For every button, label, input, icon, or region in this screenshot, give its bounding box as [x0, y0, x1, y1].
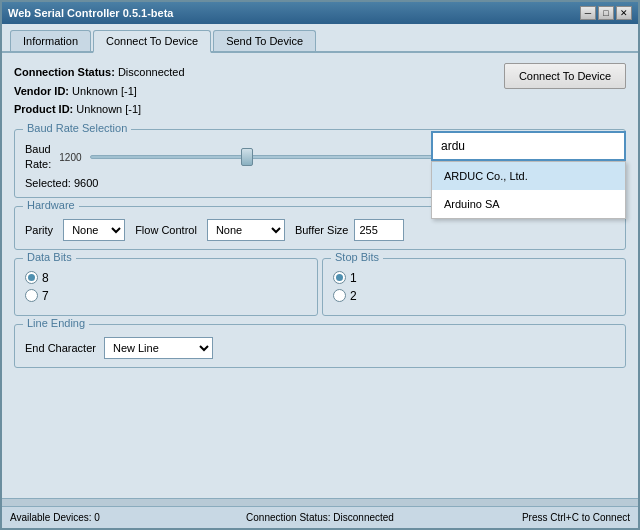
product-id-label: Product ID:: [14, 103, 73, 115]
line-ending-section: Line Ending End Character New Line Carri…: [14, 324, 626, 368]
end-character-select[interactable]: New Line Carriage Return Both None: [104, 337, 213, 359]
product-id-line: Product ID: Unknown [-1]: [14, 100, 185, 119]
data-bits-section-label: Data Bits: [23, 251, 76, 263]
bottom-border: [2, 498, 638, 506]
vendor-id-label: Vendor ID:: [14, 85, 69, 97]
buffer-size-input[interactable]: 255: [354, 219, 404, 241]
close-button[interactable]: ✕: [616, 6, 632, 20]
tabs-row: Information Connect To Device Send To De…: [2, 24, 638, 53]
line-ending-section-label: Line Ending: [23, 317, 89, 329]
device-search-input[interactable]: [431, 131, 626, 161]
end-character-label: End Character: [25, 342, 96, 354]
tab-connect-to-device[interactable]: Connect To Device: [93, 30, 211, 53]
title-bar: Web Serial Controller 0.5.1-beta ─ □ ✕: [2, 2, 638, 24]
available-devices-status: Available Devices: 0: [10, 512, 217, 523]
tab-send-to-device[interactable]: Send To Device: [213, 30, 316, 51]
stop-bits-1-row: 1: [333, 271, 615, 285]
dropdown-item-arduino[interactable]: Arduino SA: [432, 190, 625, 218]
flow-control-label: Flow Control: [135, 224, 197, 236]
data-bits-section: Data Bits 8 7: [14, 258, 318, 316]
data-bits-8-label: 8: [42, 271, 49, 285]
vendor-id-value: Unknown [-1]: [72, 85, 137, 97]
data-bits-8-row: 8: [25, 271, 307, 285]
parity-label: Parity: [25, 224, 53, 236]
stop-bits-1-label: 1: [350, 271, 357, 285]
product-id-value: Unknown [-1]: [76, 103, 141, 115]
stop-bits-2-label: 2: [350, 289, 357, 303]
vendor-id-line: Vendor ID: Unknown [-1]: [14, 82, 185, 101]
tab-information[interactable]: Information: [10, 30, 91, 51]
parity-select[interactable]: None Even Odd Mark Space: [63, 219, 125, 241]
baud-rate-field-label: Baud Rate:: [25, 142, 51, 173]
hardware-row: Parity None Even Odd Mark Space Flow Con…: [25, 219, 615, 241]
connection-status-bar: Connection Status: Disconnected: [217, 512, 424, 523]
buffer-size-label: Buffer Size: [295, 224, 349, 236]
connection-row: Connection Status: Disconnected Vendor I…: [14, 63, 626, 119]
data-bits-8-radio[interactable]: [25, 271, 38, 284]
app-window: Web Serial Controller 0.5.1-beta ─ □ ✕ I…: [0, 0, 640, 530]
hardware-section-label: Hardware: [23, 199, 79, 211]
buffer-field: Buffer Size 255: [295, 219, 405, 241]
bits-row: Data Bits 8 7 Stop Bits 1: [14, 258, 626, 316]
baud-rate-section-label: Baud Rate Selection: [23, 122, 131, 134]
baud-rate-slider-thumb[interactable]: [241, 148, 253, 166]
main-content: Connection Status: Disconnected Vendor I…: [2, 53, 638, 498]
connection-status-line: Connection Status: Disconnected: [14, 63, 185, 82]
shortcut-hint: Press Ctrl+C to Connect: [423, 512, 630, 523]
data-bits-7-row: 7: [25, 289, 307, 303]
slider-start-label: 1200: [59, 152, 81, 163]
data-bits-7-radio[interactable]: [25, 289, 38, 302]
status-bar: Available Devices: 0 Connection Status: …: [2, 506, 638, 528]
search-overlay: ARDUC Co., Ltd. Arduino SA: [431, 131, 626, 219]
stop-bits-2-radio[interactable]: [333, 289, 346, 302]
device-dropdown-list: ARDUC Co., Ltd. Arduino SA: [431, 161, 626, 219]
flow-control-select[interactable]: None Hardware Software: [207, 219, 285, 241]
connection-status-label: Connection Status:: [14, 66, 115, 78]
stop-bits-section: Stop Bits 1 2: [322, 258, 626, 316]
connect-to-device-button[interactable]: Connect To Device: [504, 63, 626, 89]
dropdown-item-arduc[interactable]: ARDUC Co., Ltd.: [432, 162, 625, 190]
minimize-button[interactable]: ─: [580, 6, 596, 20]
connection-status-value: Disconnected: [118, 66, 185, 78]
maximize-button[interactable]: □: [598, 6, 614, 20]
stop-bits-1-radio[interactable]: [333, 271, 346, 284]
data-bits-7-label: 7: [42, 289, 49, 303]
connection-info: Connection Status: Disconnected Vendor I…: [14, 63, 185, 119]
stop-bits-section-label: Stop Bits: [331, 251, 383, 263]
stop-bits-2-row: 2: [333, 289, 615, 303]
window-title: Web Serial Controller 0.5.1-beta: [8, 7, 173, 19]
window-controls: ─ □ ✕: [580, 6, 632, 20]
line-ending-row: End Character New Line Carriage Return B…: [25, 337, 615, 359]
